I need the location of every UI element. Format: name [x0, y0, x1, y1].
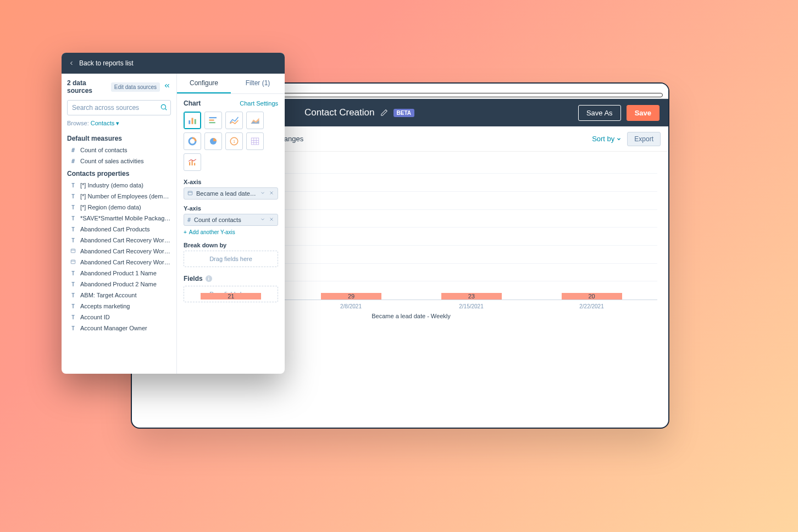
field-label: Account ID	[80, 314, 110, 320]
field-label: Count of contacts	[80, 147, 128, 153]
bar[interactable]: 21	[201, 293, 261, 300]
svg-text:1: 1	[233, 139, 235, 144]
chevron-down-icon[interactable]	[260, 217, 265, 223]
date-type-icon	[70, 259, 76, 265]
svg-rect-25	[194, 163, 195, 166]
field-label: Abandoned Product 2 Name	[80, 281, 157, 287]
bar-slot: 29	[302, 293, 401, 300]
property-item[interactable]: TAbandoned Cart Products	[62, 224, 176, 235]
browse-dropdown[interactable]: Contacts ▾	[91, 120, 119, 126]
field-label: Abandoned Cart Recovery Workflow Con...	[80, 248, 171, 254]
property-item[interactable]: TAbandoned Product 2 Name	[62, 279, 176, 290]
property-item[interactable]: T[*] Number of Employees (demo data)	[62, 191, 176, 202]
field-label: [*] Industry (demo data)	[80, 182, 143, 189]
property-item[interactable]: Abandoned Cart Recovery Workflow Start..…	[62, 257, 176, 268]
svg-rect-9	[209, 117, 217, 118]
text-type-icon: T	[70, 182, 76, 189]
property-item[interactable]: TAccepts marketing	[62, 301, 176, 312]
tab-filter[interactable]: Filter (1)	[231, 74, 285, 93]
number-type-icon: #	[70, 147, 76, 153]
x-axis-field-value: Became a lead date - Weekly	[196, 190, 257, 197]
chart-type-combo-icon[interactable]	[184, 153, 201, 171]
text-type-icon: T	[70, 270, 76, 276]
back-label: Back to reports list	[79, 59, 134, 67]
field-label: *SAVE*Smarttel Mobile Package Type	[80, 215, 171, 221]
svg-rect-2	[71, 249, 75, 253]
chart-type-table-icon[interactable]	[246, 132, 264, 150]
chevron-left-icon	[68, 60, 75, 66]
property-item[interactable]: TABM: Target Account	[62, 290, 176, 301]
field-label: Abandoned Cart Recovery Workflow Start..…	[80, 259, 171, 265]
property-item[interactable]: T[*] Region (demo data)	[62, 202, 176, 213]
svg-rect-4	[71, 260, 75, 264]
measure-item[interactable]: #Count of contacts	[62, 145, 176, 156]
property-item[interactable]: T*SAVE*Smarttel Mobile Package Type	[62, 213, 176, 224]
header-actions: Save As Save	[578, 105, 660, 121]
save-as-button[interactable]: Save As	[578, 105, 621, 121]
breakdown-dropzone[interactable]: Drag fields here	[184, 251, 278, 267]
export-button[interactable]: Export	[627, 132, 661, 146]
properties-list[interactable]: T[*] Industry (demo data)T[*] Number of …	[62, 180, 176, 374]
chart-type-donut-icon[interactable]	[184, 132, 201, 150]
edit-data-sources-button[interactable]: Edit data sources	[111, 82, 160, 92]
text-type-icon: T	[70, 314, 76, 320]
field-label: Count of sales activities	[80, 158, 144, 164]
save-button[interactable]: Save	[627, 105, 660, 121]
property-item[interactable]: Abandoned Cart Recovery Workflow Con...	[62, 246, 176, 257]
text-type-icon: T	[70, 204, 76, 210]
search-icon[interactable]	[160, 103, 168, 113]
chevron-down-icon[interactable]	[260, 190, 265, 197]
measure-item[interactable]: #Count of sales activities	[62, 156, 176, 167]
property-item[interactable]: TAbandoned Product 1 Name	[62, 268, 176, 279]
bar[interactable]: 29	[321, 293, 381, 300]
field-label: [*] Number of Employees (demo data)	[80, 193, 171, 199]
bar-slot: 20	[542, 293, 641, 300]
sort-by-label: Sort by	[592, 135, 614, 143]
chart-type-area-icon[interactable]	[246, 112, 264, 129]
date-type-icon	[70, 248, 76, 254]
property-item[interactable]: TAccount Manager Owner	[62, 323, 176, 334]
add-y-axis-link[interactable]: + Add another Y-axis	[184, 229, 278, 235]
chart-settings-link[interactable]: Chart Settings	[240, 100, 278, 107]
field-label: [*] Region (demo data)	[80, 204, 141, 210]
chart-type-hbar-icon[interactable]	[204, 112, 222, 129]
bar[interactable]: 23	[441, 293, 502, 300]
y-axis-field-pill[interactable]: # Count of contacts	[184, 214, 278, 226]
text-type-icon: T	[70, 215, 76, 221]
y-axis-label: Y-axis	[184, 205, 278, 212]
field-label: Abandoned Cart Products	[80, 226, 150, 232]
search-input[interactable]	[67, 100, 171, 115]
bar[interactable]: 20	[562, 293, 622, 300]
collapse-panel-icon[interactable]	[163, 82, 171, 92]
remove-y-axis-icon[interactable]	[269, 217, 274, 223]
field-label: ABM: Target Account	[80, 292, 137, 298]
svg-rect-18	[251, 138, 259, 145]
remove-x-axis-icon[interactable]	[269, 190, 274, 197]
chart-type-kpi-icon[interactable]: 1	[225, 132, 243, 150]
svg-rect-6	[189, 120, 190, 124]
tab-configure[interactable]: Configure	[177, 74, 231, 93]
data-sources-title: 2 data sources	[67, 79, 108, 95]
info-icon[interactable]: i	[206, 275, 212, 282]
section-default-measures: Default measures	[62, 131, 176, 145]
edit-title-icon[interactable]	[380, 109, 388, 117]
sort-by-dropdown[interactable]: Sort by	[592, 135, 622, 143]
builder-back[interactable]: Back to reports list	[62, 53, 285, 74]
svg-rect-23	[189, 162, 190, 165]
y-axis-field-value: Count of contacts	[194, 217, 257, 223]
field-label: Account Manager Owner	[80, 325, 147, 331]
chart-type-pie-icon[interactable]	[204, 132, 222, 150]
bar-slot: 23	[423, 293, 521, 300]
property-item[interactable]: TAbandoned Cart Recovery Workflow Con...	[62, 235, 176, 246]
breakdown-label: Break down by	[184, 242, 278, 248]
x-tick: 2/22/2021	[542, 300, 641, 309]
chart-type-bar-icon[interactable]	[184, 112, 201, 129]
chart-type-grid: 1	[184, 112, 278, 171]
configure-column: Configure Filter (1) Chart Chart Setting…	[177, 74, 285, 374]
x-axis-field-pill[interactable]: Became a lead date - Weekly	[184, 187, 278, 199]
chart-type-line-icon[interactable]	[225, 112, 243, 129]
property-item[interactable]: TAccount ID	[62, 312, 176, 323]
add-y-axis-label: Add another Y-axis	[189, 229, 235, 235]
svg-rect-11	[209, 122, 215, 123]
property-item[interactable]: T[*] Industry (demo data)	[62, 180, 176, 191]
